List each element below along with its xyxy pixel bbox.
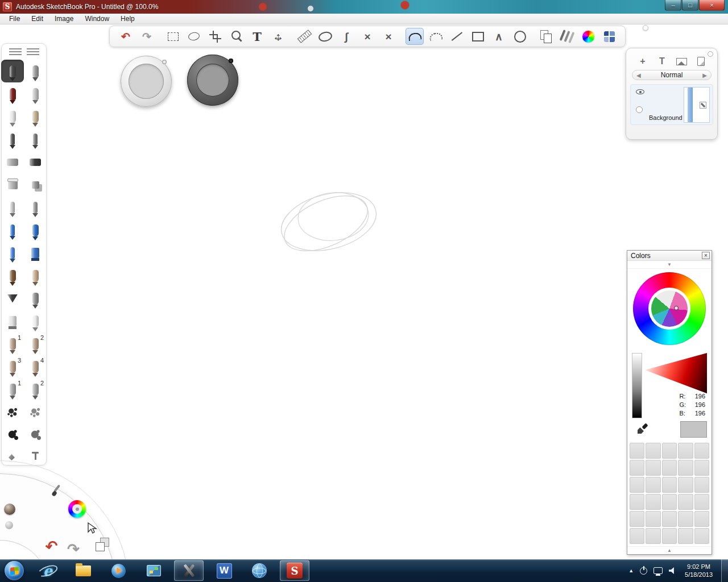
brush-pen-blue-tip[interactable]	[1, 219, 24, 242]
french-curve-tool[interactable]: ∫	[337, 28, 355, 45]
brush-texture-2[interactable]: 2	[24, 378, 47, 401]
brush-blot-dark[interactable]	[1, 423, 24, 446]
color-swatch[interactable]	[662, 494, 677, 510]
color-swatch[interactable]	[662, 511, 677, 527]
layer-editor-tool[interactable]	[600, 28, 618, 45]
pin-icon[interactable]	[31, 452, 39, 460]
color-swatch[interactable]	[662, 460, 677, 476]
clock[interactable]: 9:02 PM 5/18/2013	[685, 563, 713, 579]
menu-window[interactable]: Window	[79, 14, 115, 24]
ruler-tool[interactable]	[295, 28, 313, 45]
brush-list-icon[interactable]	[27, 48, 39, 56]
menu-image[interactable]: Image	[49, 14, 79, 24]
color-swatch[interactable]	[694, 460, 709, 476]
brush-airbrush-silver[interactable]	[1, 196, 24, 219]
brush-paint-bucket[interactable]	[1, 173, 24, 196]
taskbar-windows-explorer[interactable]	[68, 560, 98, 581]
text-tool[interactable]: T	[248, 28, 266, 45]
layer-row-background[interactable]: Background	[630, 84, 713, 125]
color-swatch[interactable]	[646, 511, 660, 527]
eyedropper-button[interactable]	[632, 421, 652, 437]
brush-fan-brush[interactable]	[1, 287, 24, 310]
current-color-swatch[interactable]	[680, 421, 707, 438]
color-swatch[interactable]	[678, 443, 693, 459]
draw-style-curve-tool[interactable]	[406, 28, 424, 45]
color-swatch[interactable]	[630, 443, 644, 459]
color-swatch[interactable]	[646, 443, 660, 459]
canvas[interactable]	[0, 24, 728, 559]
saturation-area[interactable]: R:196 G:196 B:196	[645, 353, 707, 418]
volume-icon[interactable]	[669, 567, 676, 574]
brush-eraser-hard[interactable]	[24, 151, 47, 173]
colors-collapse-strip[interactable]: ▼	[627, 261, 712, 269]
menu-help[interactable]: Help	[115, 14, 140, 24]
lagoon-ball-small[interactable]	[5, 521, 13, 529]
lagoon-undo-button[interactable]: ↶	[44, 538, 59, 555]
brush-brush-beige[interactable]	[24, 264, 47, 287]
minimize-button[interactable]: –	[665, 0, 681, 11]
lagoon-ball-large[interactable]	[4, 504, 15, 515]
taskbar-sketchbook-tools[interactable]	[174, 560, 204, 581]
brush-size-puck[interactable]	[121, 56, 172, 107]
colors-expand-strip[interactable]: ▲	[627, 546, 712, 554]
brush-round-gray[interactable]	[24, 287, 47, 310]
brush-round-white[interactable]	[24, 310, 47, 332]
color-swatch[interactable]	[678, 477, 693, 493]
color-swatch[interactable]	[678, 460, 693, 476]
color-swatch[interactable]	[678, 528, 693, 544]
brush-liner[interactable]	[24, 128, 47, 151]
brush-chisel-blue[interactable]	[24, 242, 47, 264]
color-swatch[interactable]	[662, 477, 677, 493]
text-layer-button[interactable]: T	[655, 56, 669, 66]
blend-next-button[interactable]: ▶	[702, 72, 707, 78]
brush-detail-2[interactable]: 2	[24, 332, 47, 355]
color-swatch[interactable]	[646, 477, 660, 493]
taskbar-media-player[interactable]	[104, 560, 133, 581]
network-icon[interactable]	[653, 567, 663, 574]
brush-flat-white[interactable]	[1, 310, 24, 332]
hue-wheel[interactable]	[633, 272, 706, 345]
menu-edit[interactable]: Edit	[26, 14, 49, 24]
color-swatch[interactable]	[694, 443, 709, 459]
zoom-tool[interactable]	[227, 28, 245, 45]
draw-style-ellipse-tool[interactable]	[511, 28, 529, 45]
taskbar-generic-app[interactable]	[139, 560, 168, 581]
ellipse-guide-tool[interactable]	[316, 28, 334, 45]
brush-spatter-gray[interactable]	[24, 401, 47, 423]
brush-detail-4[interactable]: 4	[24, 355, 47, 378]
brush-texture-1[interactable]: 1	[1, 378, 24, 401]
pen-nib-icon[interactable]	[9, 454, 15, 460]
brush-blot-gray[interactable]	[24, 423, 47, 446]
transform-tool[interactable]	[269, 28, 287, 45]
layer-select-radio[interactable]	[636, 106, 643, 113]
color-swatch[interactable]	[694, 494, 709, 510]
color-swatch[interactable]	[630, 460, 644, 476]
color-swatch[interactable]	[694, 477, 709, 493]
brush-spatter-dark[interactable]	[1, 401, 24, 423]
brush-brush-tan[interactable]	[24, 105, 47, 128]
layer-thumbnail[interactable]	[684, 87, 710, 123]
lagoon-redo-button[interactable]: ↷	[67, 542, 80, 556]
color-swatch[interactable]	[630, 511, 644, 527]
copy-merged-tool[interactable]	[537, 28, 555, 45]
lasso-select-tool[interactable]	[185, 28, 203, 45]
color-swatch[interactable]	[662, 443, 677, 459]
brush-library-tool[interactable]	[558, 28, 576, 45]
brush-eraser-block[interactable]	[1, 151, 24, 173]
draw-style-rectangle-tool[interactable]	[469, 28, 487, 45]
layer-visibility-eye-icon[interactable]	[636, 89, 644, 94]
toolbar-collapse-handle[interactable]	[643, 25, 648, 31]
brush-airbrush-gray[interactable]	[24, 196, 47, 219]
brush-detail-1[interactable]: 1	[1, 332, 24, 355]
new-page-button[interactable]	[694, 56, 708, 66]
taskbar-network-globe[interactable]	[245, 560, 274, 581]
colors-close-button[interactable]: ×	[702, 252, 710, 259]
brush-opacity-puck[interactable]	[187, 55, 238, 106]
color-swatch[interactable]	[678, 494, 693, 510]
color-swatch[interactable]	[646, 494, 660, 510]
symmetry-y-tool[interactable]: ×	[358, 28, 377, 45]
brush-brush-blue[interactable]	[24, 219, 47, 242]
color-swatch[interactable]	[630, 494, 644, 510]
brush-airbrush-light[interactable]	[1, 105, 24, 128]
import-image-button[interactable]	[675, 56, 688, 66]
